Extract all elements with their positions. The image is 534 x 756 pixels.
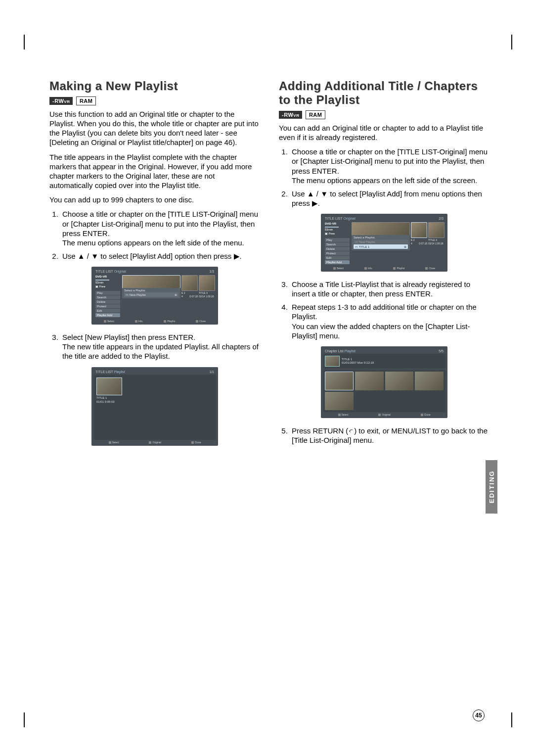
step: Choose a title or chapter on the [TITLE …: [290, 147, 490, 185]
step: Select [New Playlist] then press ENTER. …: [60, 332, 260, 361]
steps-list: Choose a title or chapter on the [TITLE …: [279, 147, 490, 208]
screenshot-title-list-original-2: TITLE LIST Original 2/3 DVD-VR 53min ▣ F…: [321, 214, 447, 272]
paragraph: You can add an Original title or chapter…: [279, 123, 490, 142]
step: Use ▲ / ▼ to select [Playlist Add] from …: [290, 189, 490, 208]
content-columns: Making a New Playlist -RWVR RAM Use this…: [49, 79, 490, 454]
page-number: 45: [473, 709, 485, 721]
format-badges: -RWVR RAM: [279, 110, 490, 119]
screenshot-title-list-original: TITLE LIST Original 1/3 DVD-VR 53min ▣ F…: [91, 267, 218, 325]
step: Choose a Title List-Playlist that is alr…: [290, 280, 490, 298]
step: Use ▲ / ▼ to select [Playlist Add] optio…: [60, 251, 260, 261]
side-tab: EDITING: [486, 460, 497, 514]
badge-rwvr: -RWVR: [49, 97, 73, 105]
right-column: Adding Additional Title / Chapters to th…: [279, 79, 490, 454]
left-column: Making a New Playlist -RWVR RAM Use this…: [49, 79, 260, 454]
step: Repeat steps 1-3 to add additional title…: [290, 302, 490, 340]
steps-list: Choose a Title List-Playlist that is alr…: [279, 280, 490, 340]
format-badges: -RWVR RAM: [49, 96, 260, 105]
heading-right: Adding Additional Title / Chapters to th…: [279, 79, 490, 107]
return-icon: [348, 428, 354, 434]
badge-rwvr: -RWVR: [279, 111, 302, 119]
paragraph: Use this function to add an Original tit…: [49, 109, 260, 147]
steps-list: Select [New Playlist] then press ENTER. …: [49, 332, 260, 361]
paragraph: You can add up to 999 chapters to one di…: [49, 195, 260, 204]
step: Press RETURN () to exit, or MENU/LIST to…: [290, 426, 490, 445]
badge-ram: RAM: [306, 110, 326, 119]
paragraph: The title appears in the Playlist comple…: [49, 152, 260, 190]
badge-ram: RAM: [76, 96, 96, 105]
screenshot-title-list-playlist: TITLE LIST Playlist 1/1 TITLE 1 01/01 0:…: [91, 367, 218, 446]
step: Choose a title or chapter on the [TITLE …: [60, 209, 260, 247]
heading-left: Making a New Playlist: [49, 79, 260, 93]
steps-list: Choose a title or chapter on the [TITLE …: [49, 209, 260, 261]
steps-list: Press RETURN () to exit, or MENU/LIST to…: [279, 426, 490, 445]
screenshot-chapter-list-playlist: Chapter List Playlist 5/5 TITLE 1 01/01/…: [321, 346, 447, 418]
